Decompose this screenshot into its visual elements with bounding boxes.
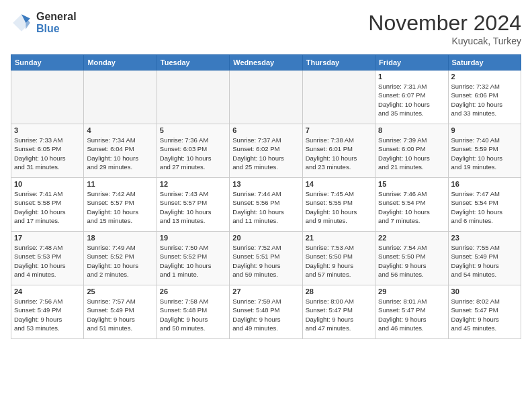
calendar-cell: 8Sunrise: 7:39 AM Sunset: 6:00 PM Daylig…	[375, 124, 448, 178]
day-info: Sunrise: 7:54 AM Sunset: 5:50 PM Dayligh…	[378, 243, 445, 279]
day-info: Sunrise: 8:01 AM Sunset: 5:47 PM Dayligh…	[378, 297, 445, 332]
day-info: Sunrise: 7:46 AM Sunset: 5:54 PM Dayligh…	[378, 189, 445, 225]
calendar-cell: 19Sunrise: 7:50 AM Sunset: 5:52 PM Dayli…	[157, 232, 229, 285]
day-info: Sunrise: 7:39 AM Sunset: 6:00 PM Dayligh…	[378, 136, 445, 171]
calendar-cell	[157, 71, 229, 124]
day-number: 19	[160, 234, 226, 242]
day-number: 6	[232, 126, 299, 134]
day-info: Sunrise: 7:43 AM Sunset: 5:57 PM Dayligh…	[160, 189, 226, 225]
calendar-cell: 26Sunrise: 7:58 AM Sunset: 5:48 PM Dayli…	[157, 285, 229, 339]
calendar-cell: 10Sunrise: 7:41 AM Sunset: 5:58 PM Dayli…	[11, 178, 84, 232]
day-number: 30	[451, 287, 518, 295]
calendar-cell: 4Sunrise: 7:34 AM Sunset: 6:04 PM Daylig…	[84, 124, 157, 178]
day-info: Sunrise: 7:38 AM Sunset: 6:01 PM Dayligh…	[306, 136, 372, 171]
calendar-week-row: 17Sunrise: 7:48 AM Sunset: 5:53 PM Dayli…	[11, 232, 521, 285]
day-number: 11	[87, 180, 153, 188]
column-header-sunday: Sunday	[11, 55, 84, 71]
day-number: 10	[14, 180, 81, 188]
logo-text: General Blue	[36, 11, 77, 34]
day-number: 9	[451, 126, 518, 134]
calendar-cell: 1Sunrise: 7:31 AM Sunset: 6:07 PM Daylig…	[375, 71, 448, 124]
day-info: Sunrise: 8:00 AM Sunset: 5:47 PM Dayligh…	[306, 297, 372, 332]
calendar-cell: 3Sunrise: 7:33 AM Sunset: 6:05 PM Daylig…	[11, 124, 84, 178]
calendar-cell: 5Sunrise: 7:36 AM Sunset: 6:03 PM Daylig…	[157, 124, 229, 178]
day-info: Sunrise: 7:37 AM Sunset: 6:02 PM Dayligh…	[232, 136, 299, 171]
day-info: Sunrise: 7:52 AM Sunset: 5:51 PM Dayligh…	[232, 243, 299, 279]
calendar-header-row: SundayMondayTuesdayWednesdayThursdayFrid…	[11, 55, 521, 71]
title-block: November 2024 Kuyucak, Turkey	[368, 11, 521, 46]
calendar-cell	[84, 71, 157, 124]
day-number: 22	[378, 234, 445, 242]
day-info: Sunrise: 8:02 AM Sunset: 5:47 PM Dayligh…	[451, 297, 518, 332]
calendar-cell: 9Sunrise: 7:40 AM Sunset: 5:59 PM Daylig…	[448, 124, 521, 178]
column-header-thursday: Thursday	[302, 55, 375, 71]
day-info: Sunrise: 7:45 AM Sunset: 5:55 PM Dayligh…	[306, 189, 372, 225]
day-info: Sunrise: 7:59 AM Sunset: 5:48 PM Dayligh…	[232, 297, 299, 332]
day-info: Sunrise: 7:44 AM Sunset: 5:56 PM Dayligh…	[232, 189, 299, 225]
day-number: 7	[306, 126, 372, 134]
day-info: Sunrise: 7:49 AM Sunset: 5:52 PM Dayligh…	[87, 243, 153, 279]
calendar-cell: 28Sunrise: 8:00 AM Sunset: 5:47 PM Dayli…	[302, 285, 375, 339]
day-info: Sunrise: 7:57 AM Sunset: 5:49 PM Dayligh…	[87, 297, 153, 332]
day-number: 13	[232, 180, 299, 188]
day-info: Sunrise: 7:55 AM Sunset: 5:49 PM Dayligh…	[451, 243, 518, 279]
day-info: Sunrise: 7:32 AM Sunset: 6:06 PM Dayligh…	[451, 82, 518, 118]
day-info: Sunrise: 7:31 AM Sunset: 6:07 PM Dayligh…	[378, 82, 445, 118]
day-number: 25	[87, 287, 153, 295]
day-info: Sunrise: 7:58 AM Sunset: 5:48 PM Dayligh…	[160, 297, 226, 332]
page-header: General Blue November 2024 Kuyucak, Turk…	[11, 11, 521, 46]
column-header-monday: Monday	[84, 55, 157, 71]
calendar-cell: 15Sunrise: 7:46 AM Sunset: 5:54 PM Dayli…	[375, 178, 448, 232]
day-number: 14	[306, 180, 372, 188]
day-info: Sunrise: 7:47 AM Sunset: 5:54 PM Dayligh…	[451, 189, 518, 225]
day-info: Sunrise: 7:34 AM Sunset: 6:04 PM Dayligh…	[87, 136, 153, 171]
day-number: 1	[378, 73, 445, 81]
day-number: 12	[160, 180, 226, 188]
day-number: 26	[160, 287, 226, 295]
calendar-table: SundayMondayTuesdayWednesdayThursdayFrid…	[11, 54, 521, 339]
day-number: 28	[306, 287, 372, 295]
logo-icon	[11, 12, 32, 34]
calendar-cell	[302, 71, 375, 124]
day-info: Sunrise: 7:53 AM Sunset: 5:50 PM Dayligh…	[306, 243, 372, 279]
day-info: Sunrise: 7:48 AM Sunset: 5:53 PM Dayligh…	[14, 243, 81, 279]
calendar-cell: 16Sunrise: 7:47 AM Sunset: 5:54 PM Dayli…	[448, 178, 521, 232]
day-info: Sunrise: 7:33 AM Sunset: 6:05 PM Dayligh…	[14, 136, 81, 171]
day-number: 21	[306, 234, 372, 242]
day-number: 4	[87, 126, 153, 134]
calendar-cell: 12Sunrise: 7:43 AM Sunset: 5:57 PM Dayli…	[157, 178, 229, 232]
logo: General Blue	[11, 11, 77, 34]
column-header-friday: Friday	[375, 55, 448, 71]
day-number: 2	[451, 73, 518, 81]
calendar-cell: 25Sunrise: 7:57 AM Sunset: 5:49 PM Dayli…	[84, 285, 157, 339]
day-number: 29	[378, 287, 445, 295]
logo-general-text: General	[36, 11, 77, 23]
calendar-cell: 22Sunrise: 7:54 AM Sunset: 5:50 PM Dayli…	[375, 232, 448, 285]
logo-blue-text: Blue	[36, 23, 77, 35]
day-number: 24	[14, 287, 81, 295]
calendar-week-row: 24Sunrise: 7:56 AM Sunset: 5:49 PM Dayli…	[11, 285, 521, 339]
day-number: 3	[14, 126, 81, 134]
location-text: Kuyucak, Turkey	[368, 36, 521, 46]
calendar-cell: 6Sunrise: 7:37 AM Sunset: 6:02 PM Daylig…	[230, 124, 302, 178]
column-header-wednesday: Wednesday	[230, 55, 302, 71]
day-number: 27	[232, 287, 299, 295]
month-title: November 2024	[368, 11, 521, 36]
day-number: 18	[87, 234, 153, 242]
calendar-week-row: 10Sunrise: 7:41 AM Sunset: 5:58 PM Dayli…	[11, 178, 521, 232]
day-number: 20	[232, 234, 299, 242]
column-header-saturday: Saturday	[448, 55, 521, 71]
calendar-cell: 2Sunrise: 7:32 AM Sunset: 6:06 PM Daylig…	[448, 71, 521, 124]
column-header-tuesday: Tuesday	[157, 55, 229, 71]
day-info: Sunrise: 7:40 AM Sunset: 5:59 PM Dayligh…	[451, 136, 518, 171]
calendar-cell: 18Sunrise: 7:49 AM Sunset: 5:52 PM Dayli…	[84, 232, 157, 285]
calendar-cell: 24Sunrise: 7:56 AM Sunset: 5:49 PM Dayli…	[11, 285, 84, 339]
day-number: 17	[14, 234, 81, 242]
day-info: Sunrise: 7:36 AM Sunset: 6:03 PM Dayligh…	[160, 136, 226, 171]
calendar-cell: 27Sunrise: 7:59 AM Sunset: 5:48 PM Dayli…	[230, 285, 302, 339]
calendar-cell: 17Sunrise: 7:48 AM Sunset: 5:53 PM Dayli…	[11, 232, 84, 285]
day-number: 15	[378, 180, 445, 188]
calendar-cell	[230, 71, 302, 124]
day-info: Sunrise: 7:50 AM Sunset: 5:52 PM Dayligh…	[160, 243, 226, 279]
calendar-cell: 13Sunrise: 7:44 AM Sunset: 5:56 PM Dayli…	[230, 178, 302, 232]
